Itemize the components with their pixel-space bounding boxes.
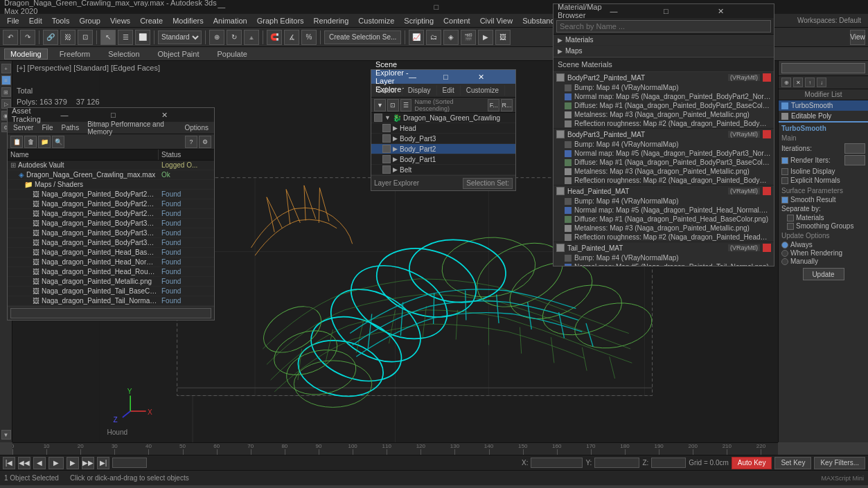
mat-bp2-sub1[interactable]: Bump: Map #4 (VRayNormalMap) (553, 83, 774, 92)
mode-object-paint[interactable]: Object Paint (152, 48, 206, 60)
scene-maximize-btn[interactable]: □ (443, 73, 477, 81)
scene-minimize-btn[interactable]: — (409, 73, 442, 81)
mat-close-btn[interactable]: ✕ (718, 7, 770, 16)
play-btn-next[interactable]: ▶▶ (82, 457, 94, 469)
st-vis-bp1[interactable] (382, 155, 391, 163)
at-btn4[interactable]: 🔍 (52, 136, 64, 148)
at-row-img8[interactable]: 🖼Naga_dragon_Painted_Head_Normal.png Fou… (8, 257, 214, 267)
tb-select[interactable]: ↖ (100, 30, 116, 45)
render-iters-check[interactable] (781, 157, 788, 164)
ls-modify-icon[interactable]: ≡ (1, 75, 11, 85)
tb-render-frame[interactable]: 🖼 (495, 30, 511, 45)
menu-file[interactable]: File (3, 16, 24, 26)
tb-link[interactable]: 🔗 (43, 30, 58, 45)
mc-materials[interactable]: ▶ Materials (553, 35, 774, 46)
at-row-max-file[interactable]: ◈Dragon_Naga_Green_Crawling_max.max Ok (8, 170, 214, 180)
smoothing-groups-check[interactable] (787, 223, 794, 230)
mat-bp2-sub4[interactable]: Metalness: Map #3 (Naga_dragon_Painted_M… (553, 110, 774, 119)
st-vis-dragon[interactable] (374, 114, 382, 122)
mat-maximize-btn[interactable]: □ (664, 7, 716, 15)
st-expand-dragon[interactable]: ▼ (384, 114, 391, 121)
at-btn5[interactable]: ? (185, 136, 197, 148)
menu-create[interactable]: Create (136, 16, 167, 26)
at-btn2[interactable]: 🗑 (24, 136, 37, 148)
sp-btn3[interactable]: ☰ (400, 99, 412, 111)
menu-edit[interactable]: Edit (25, 16, 46, 26)
timeline-row[interactable]: 0102030405060708090100110120130140150160… (12, 442, 778, 455)
st-expand-bp3[interactable]: ▶ (393, 135, 398, 142)
st-expand-head[interactable]: ▶ (393, 125, 398, 132)
st-row-dragon[interactable]: ▼ 🐉 Dragon_Naga_Green_Crawling (371, 113, 515, 123)
st-expand-bp1[interactable]: ▶ (393, 156, 398, 163)
sp-btn-filter[interactable]: F... (488, 99, 499, 111)
scene-close-btn[interactable]: ✕ (478, 73, 511, 82)
y-coord-input[interactable]: 2221.089 (594, 458, 639, 468)
sp-tab-edit[interactable]: Edit (437, 85, 461, 96)
mode-freeform[interactable]: Freeform (53, 48, 97, 60)
mat-bp2-sub5[interactable]: Reflection roughness: Map #2 (Naga_drago… (553, 119, 774, 128)
at-row-img9[interactable]: 🖼Naga_dragon_Painted_Head_Roughness.png … (8, 267, 214, 277)
frame-input[interactable]: 0 / 225 (112, 458, 147, 468)
at-row-img4[interactable]: 🖼Naga_dragon_Painted_BodyPart3_BaseColor… (8, 219, 214, 228)
st-vis-bp3[interactable] (382, 134, 391, 143)
sp-tab-display[interactable]: Display (402, 85, 437, 96)
mat-minimize-btn[interactable]: — (610, 7, 663, 15)
update-btn[interactable]: Update (803, 268, 844, 280)
at-row-img3[interactable]: 🖼Naga_dragon_Painted_BodyPart2_Roughness… (8, 209, 214, 219)
menu-scripting[interactable]: Scripting (400, 16, 438, 26)
st-row-head[interactable]: ▶ Head (371, 123, 515, 134)
menu-group[interactable]: Group (75, 16, 105, 26)
sp-tab-customize[interactable]: Customize (461, 85, 505, 96)
mat-bp3-sub1[interactable]: Bump: Map #4 (VRayNormalMap) (553, 140, 774, 149)
mat-head-sub3[interactable]: Diffuse: Map #1 (Naga_dragon_Painted_Hea… (553, 215, 774, 224)
mat-head-sub1[interactable]: Bump: Map #4 (VRayNormalMap) (553, 197, 774, 206)
ap-menu-options[interactable]: Options (182, 123, 211, 132)
play-btn-prev[interactable]: ◀◀ (18, 457, 30, 469)
iterations-input[interactable]: 1 (844, 143, 865, 154)
mat-bodypart3-row[interactable]: BodyPart3_Painted_MAT (VRayMtl) (553, 129, 774, 140)
menu-views[interactable]: Views (106, 16, 134, 26)
auto-key-btn[interactable]: Auto Key (732, 457, 772, 469)
selection-set-btn[interactable]: Create Selection Se... (324, 30, 401, 44)
tb-rotate[interactable]: ↻ (227, 30, 242, 45)
sp-tab-select[interactable]: Select (371, 85, 402, 96)
manually-radio[interactable] (781, 258, 788, 265)
tb-bind-space-warp[interactable]: ⊡ (78, 30, 93, 45)
menu-modifiers[interactable]: Modifiers (168, 16, 208, 26)
mat-bp2-sub2[interactable]: Normal map: Map #5 (Naga_dragon_Painted_… (553, 92, 774, 101)
at-row-maps-folder[interactable]: 📁Maps / Shaders (8, 180, 214, 190)
sp-btn2[interactable]: ⊡ (387, 99, 399, 111)
at-btn3[interactable]: 📁 (38, 136, 51, 148)
scene-panel-title-bar[interactable]: Scene Explorer - Layer Explorer — □ ✕ (371, 70, 515, 84)
smooth-result-check[interactable] (781, 197, 788, 204)
ap-menu-bitmap[interactable]: Bitmap Performance and Memory (85, 120, 179, 136)
play-btn-play[interactable]: ▶ (48, 457, 64, 469)
st-row-bodypart1[interactable]: ▶ Body_Part1 (371, 154, 515, 165)
object-name-input[interactable]: Body_Part2 (781, 63, 865, 73)
mat-head-sub2[interactable]: Normal map: Map #5 (Naga_dragon_Painted_… (553, 206, 774, 215)
sp-selection-set-btn[interactable]: Selection Set: (463, 178, 513, 189)
at-row-img11[interactable]: 🖼Naga_dragon_Painted_Tail_BaseColor.png … (8, 287, 214, 296)
sp-btn1[interactable]: ▼ (374, 99, 386, 111)
isoline-check[interactable] (781, 168, 788, 175)
at-row-img7[interactable]: 🖼Naga_dragon_Painted_Head_BaseColor.png … (8, 248, 214, 257)
st-vis-head[interactable] (382, 124, 391, 132)
ap-menu-paths[interactable]: Paths (59, 123, 82, 132)
menu-customize[interactable]: Customize (354, 16, 398, 26)
tb-curve-editor[interactable]: 📈 (409, 30, 424, 45)
play-btn-prev-frame[interactable]: ◀ (33, 457, 46, 469)
tb-view[interactable]: View (850, 30, 865, 45)
maxscript-label[interactable]: MAXScript Mini (821, 475, 864, 482)
mode-modeling[interactable]: Modeling (4, 48, 48, 60)
tb-rect-select[interactable]: ⬜ (135, 30, 150, 45)
filter-dropdown[interactable]: Standard (158, 30, 202, 44)
play-btn-end[interactable]: ▶| (97, 457, 109, 469)
rp-icon3[interactable]: ↑ (805, 78, 815, 87)
ap-menu-file[interactable]: File (39, 123, 55, 132)
tb-undo[interactable]: ↶ (3, 30, 18, 45)
at-row-img2[interactable]: 🖼Naga_dragon_Painted_BodyPart2_Normal.pn… (8, 199, 214, 209)
st-row-bodypart2[interactable]: ▶ Body_Part2 (371, 144, 515, 154)
mat-head-sub5[interactable]: Reflection roughness: Map #2 (Naga_drago… (553, 233, 774, 242)
st-row-bodypart3[interactable]: ▶ Body_Part3 (371, 134, 515, 144)
ls-bottom-icon[interactable]: ▼ (1, 430, 11, 440)
